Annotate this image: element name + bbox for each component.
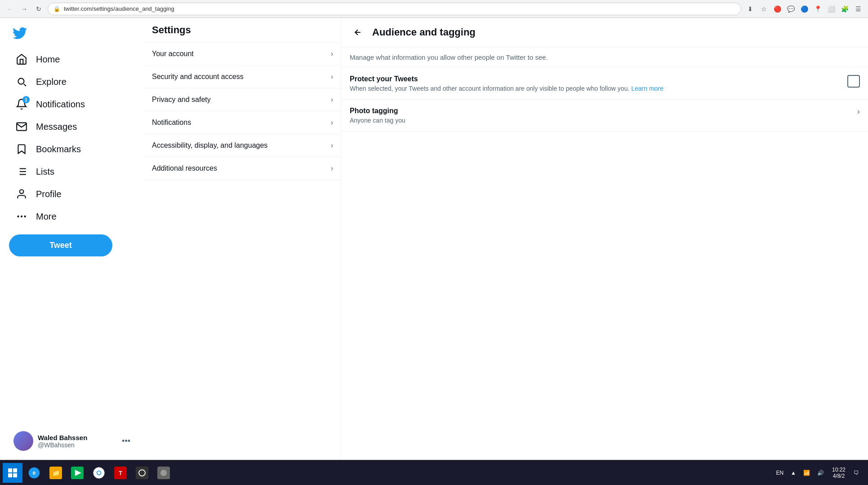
svg-rect-13 bbox=[13, 473, 17, 477]
settings-label-additional: Additional resources bbox=[152, 164, 331, 172]
messages-icon bbox=[15, 120, 28, 133]
sidebar-item-notifications[interactable]: 1 Notifications bbox=[9, 93, 135, 115]
photo-tagging-title: Photo tagging bbox=[350, 107, 857, 115]
twitter-logo[interactable] bbox=[9, 22, 31, 44]
protect-tweets-text: Protect your Tweets When selected, your … bbox=[350, 75, 847, 92]
browser-toolbar: ⬇ ☆ 🔴 💬 🔵 📍 ⬜ 🧩 ☰ bbox=[745, 4, 864, 14]
download-icon[interactable]: ⬇ bbox=[745, 4, 756, 14]
settings-item-privacy[interactable]: Privacy and safety › bbox=[144, 88, 341, 111]
ext-icon-2[interactable]: 💬 bbox=[785, 4, 796, 14]
refresh-button[interactable]: ↻ bbox=[33, 4, 44, 14]
bookmarks-icon bbox=[15, 143, 28, 155]
chevron-right-icon: › bbox=[331, 50, 333, 58]
tray-time-text: 10:22 bbox=[832, 467, 846, 473]
protect-tweets-description: When selected, your Tweets and other acc… bbox=[350, 85, 847, 92]
taskbar-media-icon[interactable] bbox=[67, 463, 87, 483]
system-tray: EN ▲ 📶 🔊 10:22 4/8/2 🗨 bbox=[770, 463, 865, 483]
twitter-bird-icon bbox=[13, 25, 27, 41]
detail-item-protect-tweets[interactable]: Protect your Tweets When selected, your … bbox=[342, 68, 868, 100]
more-icon bbox=[15, 210, 28, 223]
settings-label-security: Security and account access bbox=[152, 73, 331, 81]
settings-item-your-account[interactable]: Your account › bbox=[144, 43, 341, 66]
home-icon bbox=[15, 53, 28, 66]
svg-text:T: T bbox=[119, 470, 122, 476]
taskbar-explorer-icon[interactable]: 📁 bbox=[46, 463, 66, 483]
learn-more-link[interactable]: Learn more bbox=[631, 85, 663, 92]
photo-tagging-action: › bbox=[857, 107, 860, 116]
explore-icon bbox=[15, 75, 28, 88]
profile-icon bbox=[15, 188, 28, 200]
tray-clock[interactable]: 10:22 4/8/2 bbox=[828, 465, 849, 481]
tweet-button[interactable]: Tweet bbox=[9, 234, 112, 256]
sidebar-item-messages[interactable]: Messages bbox=[9, 116, 135, 137]
sidebar-item-bookmarks[interactable]: Bookmarks bbox=[9, 138, 135, 160]
settings-item-accessibility[interactable]: Accessibility, display, and languages › bbox=[144, 134, 341, 157]
detail-header: Audience and tagging bbox=[342, 18, 868, 47]
detail-panel: Audience and tagging Manage what informa… bbox=[342, 18, 868, 460]
tray-volume-icon[interactable]: 🔊 bbox=[815, 463, 827, 483]
svg-rect-11 bbox=[13, 468, 17, 472]
browser-chrome: ← → ↻ 🔒 twitter.com/settings/audience_an… bbox=[0, 0, 868, 18]
detail-subtitle: Manage what information you allow other … bbox=[342, 47, 868, 68]
settings-item-additional[interactable]: Additional resources › bbox=[144, 157, 341, 180]
sidebar-label-notifications: Notifications bbox=[36, 99, 85, 110]
back-button[interactable] bbox=[350, 24, 366, 40]
protect-tweets-title: Protect your Tweets bbox=[350, 75, 847, 83]
star-icon[interactable]: ☆ bbox=[758, 4, 769, 14]
detail-item-photo-tagging[interactable]: Photo tagging Anyone can tag you › bbox=[342, 100, 868, 132]
sidebar-item-explore[interactable]: Explore bbox=[9, 71, 135, 93]
ext-icon-3[interactable]: 🔵 bbox=[799, 4, 810, 14]
protect-tweets-toggle[interactable] bbox=[847, 75, 860, 88]
url-text: twitter.com/settings/audience_and_taggin… bbox=[64, 5, 174, 12]
chevron-right-icon-3: › bbox=[331, 96, 333, 104]
svg-rect-12 bbox=[8, 473, 12, 477]
settings-title: Settings bbox=[144, 18, 341, 43]
sidebar-item-profile[interactable]: Profile bbox=[9, 183, 135, 205]
settings-label-your-account: Your account bbox=[152, 50, 331, 58]
ext-icon-4[interactable]: 📍 bbox=[812, 4, 823, 14]
taskbar-app1-icon[interactable]: T bbox=[111, 463, 130, 483]
start-button[interactable] bbox=[3, 463, 22, 483]
tray-network-icon[interactable]: 📶 bbox=[801, 463, 813, 483]
tray-language[interactable]: EN bbox=[773, 463, 786, 483]
taskbar-ie-icon[interactable]: e bbox=[24, 463, 44, 483]
ext-icon-6[interactable]: 🧩 bbox=[839, 4, 850, 14]
chevron-right-icon-5: › bbox=[331, 141, 333, 150]
protect-tweets-checkbox[interactable] bbox=[847, 75, 860, 88]
taskbar-app3-icon[interactable] bbox=[154, 463, 174, 483]
taskbar-chrome-icon[interactable] bbox=[89, 463, 109, 483]
settings-panel: Settings Your account › Security and acc… bbox=[144, 18, 342, 460]
photo-tagging-chevron-icon: › bbox=[857, 107, 860, 116]
settings-item-notifications[interactable]: Notifications › bbox=[144, 111, 341, 134]
sidebar-item-lists[interactable]: Lists bbox=[9, 161, 135, 182]
sidebar-label-profile: Profile bbox=[36, 189, 62, 199]
sidebar-label-lists: Lists bbox=[36, 167, 54, 177]
taskbar-app2-icon[interactable] bbox=[132, 463, 152, 483]
sidebar-item-more[interactable]: More bbox=[9, 206, 135, 227]
address-bar[interactable]: 🔒 twitter.com/settings/audience_and_tagg… bbox=[48, 3, 741, 15]
photo-tagging-description: Anyone can tag you bbox=[350, 117, 857, 124]
settings-label-privacy: Privacy and safety bbox=[152, 96, 331, 104]
sidebar-label-messages: Messages bbox=[36, 122, 77, 132]
ext-icon-1[interactable]: 🔴 bbox=[772, 4, 783, 14]
svg-point-8 bbox=[21, 216, 22, 217]
sidebar-item-home[interactable]: Home bbox=[9, 48, 135, 70]
user-menu-dots[interactable]: ••• bbox=[122, 436, 130, 446]
tray-up-arrow[interactable]: ▲ bbox=[788, 463, 799, 483]
sidebar-label-home: Home bbox=[36, 54, 60, 65]
settings-item-security[interactable]: Security and account access › bbox=[144, 66, 341, 88]
user-display-name: Waled Bahssen bbox=[38, 434, 117, 441]
ext-icon-7[interactable]: ☰ bbox=[853, 4, 864, 14]
sidebar-label-explore: Explore bbox=[36, 77, 67, 87]
back-nav-button[interactable]: ← bbox=[4, 4, 15, 14]
user-handle: @WBahssen bbox=[38, 441, 117, 449]
ext-icon-5[interactable]: ⬜ bbox=[826, 4, 837, 14]
forward-nav-button[interactable]: → bbox=[19, 4, 30, 14]
svg-rect-10 bbox=[8, 468, 12, 472]
lists-icon bbox=[15, 165, 28, 178]
svg-point-6 bbox=[20, 190, 24, 194]
svg-point-7 bbox=[17, 216, 19, 217]
user-profile-menu[interactable]: Waled Bahssen @WBahssen ••• bbox=[9, 427, 135, 455]
tray-notification-area[interactable]: 🗨 bbox=[851, 463, 862, 483]
taskbar: e 📁 T EN ▲ 📶 🔊 10:22 4/8/2 🗨 bbox=[0, 460, 868, 485]
